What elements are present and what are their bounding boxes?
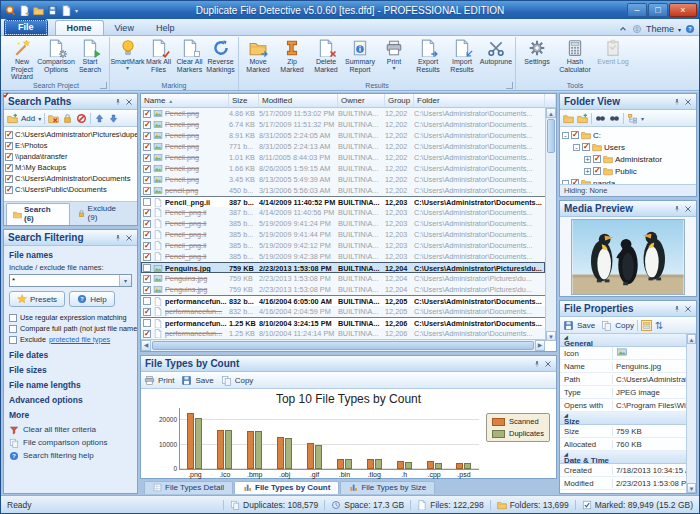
copy-icon[interactable] — [221, 375, 232, 386]
ribbon-tab[interactable]: View — [104, 21, 145, 35]
search-path-item[interactable]: M:\My Backups — [5, 162, 136, 173]
ribbon-button[interactable]: New Project Wizard — [5, 38, 39, 81]
block-path-icon[interactable] — [76, 113, 87, 124]
property-row[interactable]: Created 7/18/2013 10:34:15 AM — [560, 464, 686, 477]
file-row[interactable]: Pencil_png.ii 387 b... 4/14/2009 11:40:5… — [141, 207, 545, 218]
path-checkbox[interactable] — [5, 131, 13, 139]
maximize-button[interactable]: □ — [648, 3, 668, 17]
save-icon[interactable] — [181, 375, 192, 386]
column-modified[interactable]: Modified — [259, 94, 338, 107]
categorized-view-icon[interactable] — [641, 320, 652, 331]
file-row[interactable]: Pencil.png 4.86 KB 5/17/2009 11:53:02 PM… — [141, 108, 545, 119]
column-group[interactable]: Group — [385, 94, 414, 107]
row-checkbox[interactable] — [143, 143, 151, 151]
help-button[interactable]: Help — [69, 291, 114, 307]
path-checkbox[interactable] — [5, 164, 13, 172]
pin-icon[interactable] — [114, 234, 122, 242]
scrollbar-thumb[interactable] — [547, 119, 555, 153]
row-checkbox[interactable] — [143, 308, 151, 316]
ribbon-tab[interactable]: Home — [55, 20, 104, 35]
remove-path-icon[interactable] — [48, 113, 59, 124]
file-row[interactable]: Pencil.png 1.01 KB 8/11/2005 8:44:03 PM … — [141, 152, 545, 163]
file-row[interactable]: Penguins.jpg 759 KB 2/23/2013 1:53:08 PM… — [141, 284, 545, 295]
close-panel-icon[interactable] — [684, 205, 692, 213]
properties-scrollbar[interactable]: ▲ ▼ — [686, 334, 696, 493]
chart-tab[interactable]: File Types by Count — [234, 481, 339, 494]
property-row[interactable]: Type JPEG image — [560, 386, 686, 399]
property-row[interactable]: General — [560, 334, 686, 347]
row-checkbox[interactable] — [143, 132, 151, 140]
ribbon-button[interactable]: Start Search — [73, 38, 107, 73]
ribbon-button[interactable]: Comparison Options — [39, 38, 73, 73]
search-path-item[interactable]: C:\Users\Administrator\Pictures\dupes — [5, 129, 136, 140]
filter-section-header[interactable]: File dates — [9, 350, 132, 360]
row-checkbox[interactable] — [143, 242, 151, 250]
row-checkbox[interactable] — [143, 110, 151, 118]
row-checkbox[interactable] — [143, 231, 151, 239]
pin-icon[interactable] — [673, 205, 681, 213]
print-label[interactable]: Print — [158, 376, 174, 385]
open-project-icon[interactable] — [33, 5, 44, 16]
chart-tab[interactable]: File Types Detail — [144, 481, 233, 494]
tree-checkbox[interactable] — [571, 179, 579, 184]
filter-section-header[interactable]: Advanced options — [9, 395, 132, 405]
save-label[interactable]: Save — [195, 376, 213, 385]
save-icon[interactable] — [563, 320, 574, 331]
close-panel-icon[interactable] — [125, 234, 133, 242]
filter-checkbox[interactable] — [9, 325, 17, 333]
file-row[interactable]: performancefun... 832 b... 4/16/2004 6:0… — [141, 295, 545, 306]
pin-icon[interactable] — [114, 98, 122, 106]
search-path-item[interactable]: \\panda\transfer — [5, 151, 136, 162]
column-name[interactable]: Name▲ — [141, 94, 229, 107]
path-checkbox[interactable] — [5, 142, 13, 150]
print-icon[interactable] — [144, 375, 155, 386]
row-checkbox[interactable] — [143, 176, 151, 184]
column-owner[interactable]: Owner — [338, 94, 385, 107]
property-row[interactable]: Accessed 7/18/2013 10:34:15 AM — [560, 490, 686, 493]
property-row[interactable]: Size — [560, 412, 686, 425]
file-row[interactable]: Pencil_png.ii 385 b... 5/19/2009 9:41:24… — [141, 218, 545, 229]
qat-dropdown-icon[interactable]: ▾ — [75, 7, 78, 14]
tree-checkbox[interactable] — [593, 155, 601, 163]
ribbon-button[interactable]: Summary Report — [343, 38, 377, 73]
ribbon-button[interactable]: Zip Marked — [275, 38, 309, 73]
tree-checkbox[interactable] — [571, 131, 579, 139]
filename-filter-input[interactable] — [10, 275, 119, 286]
filter-checkbox-row[interactable]: Use regular expression matching — [9, 312, 132, 323]
dialog-launcher-icon[interactable] — [100, 82, 107, 89]
row-checkbox[interactable] — [143, 319, 151, 327]
expand-icon[interactable]: - — [573, 144, 580, 151]
property-row[interactable]: Modified 2/23/2013 1:53:08 PM — [560, 477, 686, 490]
find-next-icon[interactable] — [609, 113, 620, 124]
ribbon-button[interactable]: Reverse Markings — [205, 38, 236, 73]
file-row[interactable]: Pencil_png.ii 385 b... 5/19/2009 9:42:12… — [141, 240, 545, 251]
tree-node[interactable]: - panda — [562, 177, 694, 184]
ribbon-button[interactable]: Import Results — [445, 38, 479, 73]
path-checkbox[interactable] — [5, 186, 13, 194]
ribbon-button[interactable]: Clear All Markers — [174, 38, 205, 73]
tree-options-icon[interactable] — [627, 113, 638, 124]
file-row[interactable]: Pencil.png 6.74 KB 5/17/2009 11:51:32 PM… — [141, 119, 545, 130]
scroll-down-icon[interactable]: ▼ — [687, 483, 696, 493]
tree-node[interactable]: - C: — [562, 129, 694, 141]
scroll-up-icon[interactable]: ▲ — [546, 108, 556, 118]
lock-path-icon[interactable] — [62, 113, 73, 124]
search-path-item[interactable]: C:\Users\Public\Documents — [5, 184, 136, 195]
add-path-label[interactable]: Add — [21, 114, 35, 123]
table-vertical-scrollbar[interactable]: ▲ ▼ — [545, 108, 556, 341]
ribbon-button[interactable]: Print▾ — [377, 38, 411, 71]
close-panel-icon[interactable] — [544, 360, 552, 368]
tree-checkbox[interactable] — [582, 143, 590, 151]
file-row[interactable]: Pencil.png 3.45 KB 8/13/2005 5:49:39 AM … — [141, 174, 545, 185]
expand-icon[interactable]: - — [562, 132, 569, 139]
close-button[interactable]: × — [669, 3, 697, 17]
filter-action-link[interactable]: File comparison options — [9, 436, 132, 449]
filter-section-header[interactable]: File sizes — [9, 365, 132, 375]
theme-caret-icon[interactable]: ▾ — [678, 26, 681, 33]
theme-label[interactable]: Theme — [646, 24, 674, 34]
scroll-down-icon[interactable]: ▼ — [546, 331, 556, 341]
expand-icon[interactable]: + — [584, 156, 591, 163]
search-path-item[interactable]: E:\Photos — [5, 140, 136, 151]
row-checkbox[interactable] — [143, 220, 151, 228]
ribbon-button[interactable]: Mark All Files — [143, 38, 174, 73]
